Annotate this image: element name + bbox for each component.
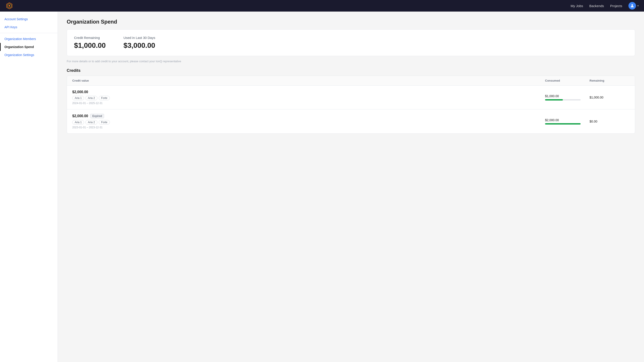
credit-value-cell-1: $2,000.00 Aria 1 Aria 2 Forte 2024-01-01… [72,90,545,105]
credit-date-2: 2023-01-01 – 2023-12-31 [72,126,545,129]
credit-amount-2: $2,000.00 Expired [72,114,545,118]
nav-links: My Jobs Backends Projects ▾ [570,2,639,10]
sidebar-group-org: Organization Members Organization Spend … [0,35,58,59]
credit-date-1: 2024-01-01 – 2025-12-31 [72,102,545,105]
header-remaining: Remaining [590,79,630,82]
main-content: Organization Spend Credit Remaining $1,0… [58,12,644,362]
page-layout: Account Settings API Keys Organization M… [0,12,644,362]
tag-forte-2: Forte [99,120,110,124]
header-consumed: Consumed [545,79,590,82]
sidebar-item-account-settings[interactable]: Account Settings [0,15,58,23]
consumed-amount-1: $1,000.00 [545,94,590,98]
credits-table: Credit value Consumed Remaining $2,000.0… [67,76,635,134]
svg-point-2 [8,5,10,6]
info-text: For more details or to add credit to you… [67,60,635,63]
credit-value-cell-2: $2,000.00 Expired Aria 1 Aria 2 Forte 20… [72,114,545,129]
nav-my-jobs[interactable]: My Jobs [570,4,583,8]
svg-point-3 [632,4,633,6]
tag-aria1-2: Aria 1 [72,120,84,124]
progress-fill-2 [545,123,580,124]
progress-bar-1 [545,99,580,100]
sidebar: Account Settings API Keys Organization M… [0,12,58,362]
used-30days-item: Used in Last 30 Days $3,000.00 [124,36,155,50]
sidebar-item-org-settings[interactable]: Organization Settings [0,51,58,59]
tag-aria2-1: Aria 2 [86,96,97,100]
expired-badge: Expired [90,114,104,118]
used-30days-value: $3,000.00 [124,41,155,50]
table-row: $2,000.00 Aria 1 Aria 2 Forte 2024-01-01… [67,86,635,110]
progress-fill-1 [545,99,563,100]
user-menu-chevron: ▾ [637,4,639,7]
credit-amount-1: $2,000.00 [72,90,545,94]
sidebar-group-account: Account Settings API Keys [0,15,58,31]
used-30days-label: Used in Last 30 Days [124,36,155,40]
consumed-cell-1: $1,000.00 [545,94,590,100]
credit-tags-1: Aria 1 Aria 2 Forte [72,96,545,100]
remaining-amount-1: $1,000.00 [590,96,630,99]
header-credit-value: Credit value [72,79,545,82]
credit-tags-2: Aria 1 Aria 2 Forte [72,120,545,124]
sidebar-item-org-members[interactable]: Organization Members [0,35,58,43]
top-navigation: My Jobs Backends Projects ▾ [0,0,644,12]
user-avatar [628,2,636,10]
summary-card: Credit Remaining $1,000.00 Used in Last … [67,29,635,56]
progress-bar-2 [545,123,580,124]
sidebar-item-org-spend[interactable]: Organization Spend [0,43,58,51]
page-title: Organization Spend [67,19,635,25]
sidebar-item-api-keys[interactable]: API Keys [0,23,58,31]
credit-remaining-value: $1,000.00 [74,41,106,50]
nav-projects[interactable]: Projects [610,4,622,8]
credit-remaining-label: Credit Remaining [74,36,106,40]
logo[interactable] [5,2,13,10]
tag-forte-1: Forte [99,96,110,100]
sidebar-divider [0,33,58,33]
user-menu[interactable]: ▾ [628,2,639,10]
credit-remaining-item: Credit Remaining $1,000.00 [74,36,106,50]
remaining-amount-2: $0.00 [590,120,630,123]
tag-aria1-1: Aria 1 [72,96,84,100]
nav-backends[interactable]: Backends [589,4,604,8]
consumed-cell-2: $2,000.00 [545,118,590,124]
table-row: $2,000.00 Expired Aria 1 Aria 2 Forte 20… [67,110,635,134]
credits-table-header: Credit value Consumed Remaining [67,76,635,86]
credits-section-title: Credits [67,68,635,73]
tag-aria2-2: Aria 2 [86,120,97,124]
consumed-amount-2: $2,000.00 [545,118,590,122]
